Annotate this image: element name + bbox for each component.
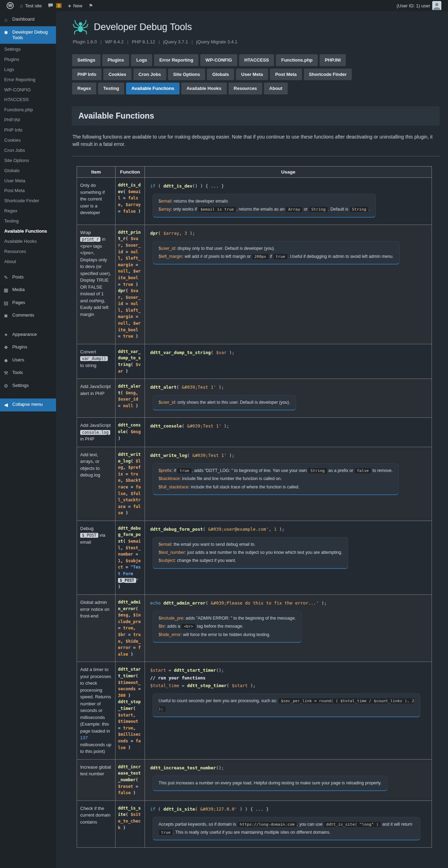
item-cell: Add text, arrays, or objects to debug.lo… — [77, 447, 115, 521]
text-token: ) — [126, 745, 131, 750]
sidebar-subitem-post-meta[interactable]: Post Meta — [0, 186, 56, 196]
tab-php-ini[interactable]: PHP.INI — [320, 54, 346, 66]
sidebar-item-appearance[interactable]: ✦Appearance — [0, 329, 56, 341]
tab-logs[interactable]: Logs — [131, 54, 152, 66]
sidebar-item-media[interactable]: ▦Media — [0, 284, 56, 297]
text-token: null — [123, 403, 133, 408]
text-token: $hide_error — [159, 632, 181, 637]
sidebar-subitem-error-reporting[interactable]: Error Reporting — [0, 75, 56, 85]
sidebar-item-developer-debug-tools[interactable]: ✱Developer Debug Tools — [0, 26, 56, 44]
text-token: $msg — [126, 390, 136, 395]
sidebar-subitem-php-ini[interactable]: PHP.INI — [0, 115, 56, 125]
text-token: Add text, arrays, or objects to debug.lo… — [80, 452, 100, 478]
text-token: ( — [176, 384, 182, 390]
text-token: " — [136, 578, 139, 583]
sidebar-item-comments[interactable]: ◙Comments — [0, 309, 56, 322]
my-account-menu[interactable]: (User ID: 1) user — [393, 0, 444, 11]
tab-globals[interactable]: Globals — [207, 69, 234, 80]
usage-note: Useful to count seconds per item you are… — [153, 693, 420, 717]
sidebar-subitem-logs[interactable]: Logs — [0, 65, 56, 75]
sidebar-subitem-about[interactable]: About — [0, 257, 56, 267]
tab-error-reporting[interactable]: Error Reporting — [154, 54, 198, 66]
sidebar-subitem-functions-php[interactable]: Functions.php — [0, 105, 56, 115]
sidebar-subitem-shortcode-finder[interactable]: Shortcode Finder — [0, 196, 56, 206]
sidebar-subitem-cookies[interactable]: Cookies — [0, 135, 56, 146]
tab-cron-jobs[interactable]: Cron Jobs — [133, 69, 166, 80]
section-title: Available Functions — [78, 111, 433, 121]
text-token: Debug — [80, 526, 93, 531]
text-token: ) — [133, 282, 138, 287]
sidebar-item-users[interactable]: ☻Users — [0, 354, 56, 367]
text-token: (); — [216, 765, 224, 770]
sidebar-subitem-plugins[interactable]: Plugins — [0, 55, 56, 65]
sidebar-subitem-settings[interactable]: Settings — [0, 44, 56, 55]
text-token: = — [118, 403, 123, 408]
sidebar-item-pages[interactable]: ▤Pages — [0, 297, 56, 310]
text-token: , — [120, 308, 125, 313]
text-token: ) — [128, 652, 133, 657]
tab-shortcode-finder[interactable]: Shortcode Finder — [304, 69, 352, 80]
text-token: echo — [150, 600, 161, 606]
text-token: = — [118, 726, 123, 731]
sidebar-item-collapse-menu[interactable]: ◀Collapse menu — [0, 398, 56, 411]
comments-menu[interactable]: 0 — [45, 0, 65, 11]
sidebar-item-settings[interactable]: ⚙Settings — [0, 380, 56, 393]
text-token: , you can use — [297, 822, 324, 827]
sidebar-subitem-site-options[interactable]: Site Options — [0, 156, 56, 166]
sidebar-item-dashboard[interactable]: ⌂Dashboard — [0, 13, 56, 26]
sidebar-item-posts[interactable]: ✎Posts — [0, 271, 56, 284]
tab-resources[interactable]: Resources — [229, 83, 262, 94]
text-token: . This is really only useful if you are … — [173, 830, 330, 835]
sidebar-subitem-resources[interactable]: Resources — [0, 247, 56, 257]
site-menu[interactable]: ⌂ Test site — [17, 0, 45, 11]
tab-regex[interactable]: Regex — [72, 83, 96, 94]
tab-user-meta[interactable]: User Meta — [236, 69, 268, 80]
text-token: $start — [150, 668, 166, 673]
sidebar-item-plugins[interactable]: ❖Plugins — [0, 341, 56, 354]
function-cell: ddtt_print_r( $var, $user_id = null, $le… — [115, 225, 145, 344]
text-token: and it will return — [381, 822, 413, 827]
inline-link[interactable]: 137 — [80, 735, 88, 740]
sidebar-subitem-available-functions[interactable]: Available Functions — [0, 226, 56, 237]
wp-logo-menu[interactable]: W — [4, 0, 17, 11]
sidebar-subitem-globals[interactable]: Globals — [0, 166, 56, 176]
text-token: 300 — [118, 693, 126, 698]
ddtt-flag-menu[interactable]: ⚑ — [85, 0, 96, 11]
tab-plugins[interactable]: Plugins — [102, 54, 129, 66]
sidebar-subitem-testing[interactable]: Testing — [0, 216, 56, 226]
tab-php-info[interactable]: PHP Info — [72, 69, 102, 80]
tab-wp-config[interactable]: WP-CONFIG — [200, 54, 237, 66]
sidebar-subitem-user-meta[interactable]: User Meta — [0, 176, 56, 186]
tab-available-hooks[interactable]: Available Hooks — [181, 83, 227, 94]
sidebar-subitem-htaccess[interactable]: HTACCESS — [0, 95, 56, 105]
text-token: : display only to that user. Default is … — [175, 246, 275, 251]
tab-settings[interactable]: Settings — [72, 54, 100, 66]
sidebar-subitem-regex[interactable]: Regex — [0, 206, 56, 216]
tab-available-functions[interactable]: Available Functions — [126, 83, 179, 94]
sidebar-subitem-php-info[interactable]: PHP Info — [0, 125, 56, 135]
item-cell: Add JavaScript console.log in PHP — [77, 418, 115, 447]
sidebar-item-tools[interactable]: ⚒Tools — [0, 367, 56, 380]
posts-icon: ✎ — [3, 275, 9, 281]
tab-functions-php[interactable]: Functions.php — [276, 54, 318, 66]
usage-cell: if ( ddtt_is_dev() ) { ... }$email: retu… — [145, 178, 432, 225]
inline-code-pill: var_dump() — [80, 356, 108, 361]
tab-site-options[interactable]: Site Options — [168, 69, 205, 80]
sidebar-subitem-available-hooks[interactable]: Available Hooks — [0, 237, 56, 247]
item-cell: Add a timer to your processes to check p… — [77, 662, 115, 760]
sidebar-subitem-wp-config[interactable]: WP-CONFIG — [0, 85, 56, 95]
tab-cookies[interactable]: Cookies — [103, 69, 132, 80]
sidebar-item-label: Collapse menu — [12, 402, 43, 407]
inline-code-pill: $_POST — [118, 578, 136, 583]
new-content-menu[interactable]: + New — [65, 0, 85, 11]
table-row: Only do something if the current user is… — [77, 178, 432, 225]
text-token: (); — [216, 668, 224, 673]
page-title: Developer Debug Tools — [94, 22, 192, 33]
tab-htaccess[interactable]: HTACCESS — [239, 54, 274, 66]
tab-about[interactable]: About — [264, 83, 288, 94]
tab-testing[interactable]: Testing — [98, 83, 124, 94]
text-token: ) — [133, 403, 138, 408]
sidebar-subitem-cron-jobs[interactable]: Cron Jobs — [0, 146, 56, 156]
usage-code: $start = ddtt_start_timer();// run your … — [150, 666, 426, 690]
tab-post-meta[interactable]: Post Meta — [270, 69, 302, 80]
